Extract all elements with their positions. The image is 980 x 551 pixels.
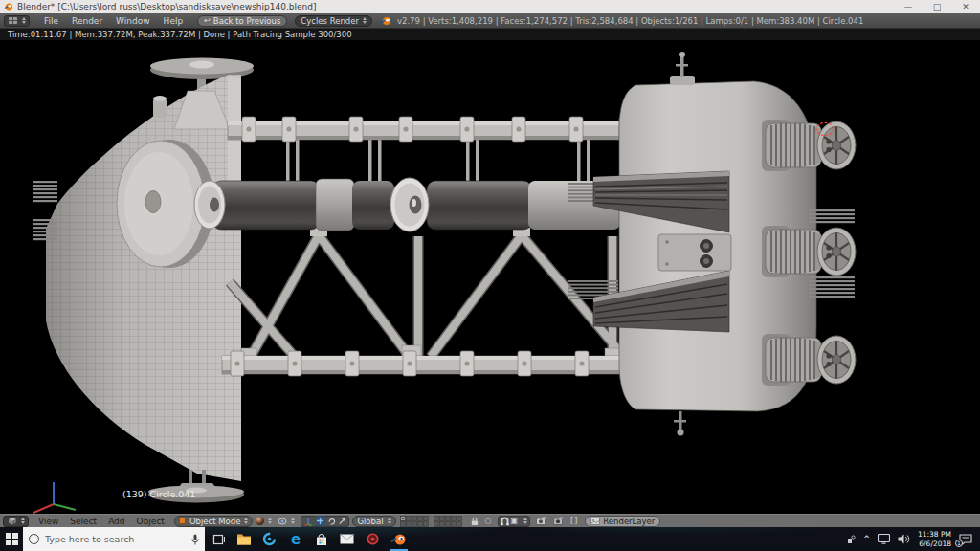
blender-icon	[390, 532, 407, 546]
menu-file[interactable]: File	[44, 16, 58, 26]
layers-widget[interactable]	[400, 516, 463, 527]
opengl-render-anim-button[interactable]	[551, 516, 567, 527]
network-icon[interactable]	[878, 534, 890, 544]
editor-type-button[interactable]	[4, 15, 30, 27]
snap-magnet-icon[interactable]	[501, 517, 509, 526]
windows-taskbar: e ^ 11:38 PM 6/6/2018 1	[0, 527, 980, 551]
scene-lock-button[interactable]	[468, 516, 481, 527]
app-swirl-button[interactable]	[256, 527, 282, 551]
store-button[interactable]	[308, 527, 334, 551]
task-view-button[interactable]	[205, 527, 231, 551]
search-input[interactable]	[45, 534, 186, 544]
menu-help[interactable]: Help	[164, 16, 184, 26]
minimize-button[interactable]: —	[894, 0, 923, 13]
manipulator-axis-icon[interactable]	[303, 517, 313, 526]
image-icon	[590, 518, 600, 525]
svg-text:e: e	[290, 532, 300, 547]
pause-brackets-icon[interactable]: []	[568, 516, 580, 527]
start-button[interactable]	[0, 527, 23, 551]
dropdown-arrows	[21, 518, 25, 524]
ship-truss	[230, 137, 624, 359]
folder-icon	[236, 533, 252, 545]
viewport-shading-select[interactable]	[254, 516, 274, 527]
file-explorer-button[interactable]	[231, 527, 256, 551]
proportional-edit-button[interactable]: ○	[483, 516, 494, 527]
shading-sphere-icon	[256, 517, 264, 525]
blender-info-header: File Render Window Help ↩ Back to Previo…	[0, 13, 980, 29]
active-object-label: (139) Circle.041	[122, 489, 195, 499]
viewport-header: View Select Add Object Object Mode Globa…	[0, 514, 980, 527]
render-status-text: Time:01:11.67 | Mem:337.72M, Peak:337.72…	[8, 30, 352, 39]
cortana-icon	[29, 534, 39, 544]
action-center-button[interactable]: 1	[959, 534, 972, 545]
close-button[interactable]: ✕	[951, 0, 980, 13]
mode-select[interactable]: Object Mode	[174, 516, 254, 527]
ship-render	[0, 41, 980, 514]
system-tray: ^ 11:38 PM 6/6/2018 1	[846, 530, 980, 548]
menu-render[interactable]: Render	[72, 16, 102, 26]
windows-logo-icon	[6, 533, 18, 545]
title-bar: Blender* [C:\Users\lord russ\Desktop\san…	[0, 0, 980, 13]
render-layer-button[interactable]: RenderLayer	[585, 516, 660, 527]
menu-object[interactable]: Object	[137, 517, 165, 526]
back-to-previous-button[interactable]: ↩ Back to Previous	[197, 15, 287, 27]
taskbar-search[interactable]	[23, 527, 205, 551]
mail-button[interactable]	[334, 527, 360, 551]
blender-taskbar-button[interactable]	[386, 527, 412, 551]
menu-add[interactable]: Add	[108, 517, 124, 526]
dropdown-arrows	[388, 518, 391, 524]
3d-viewport[interactable]: (139) Circle.041	[0, 41, 980, 514]
pivot-icon	[278, 517, 287, 526]
transform-orientation-select[interactable]: Global	[352, 516, 395, 527]
blue-swirl-icon	[262, 532, 277, 546]
microphone-icon[interactable]	[191, 534, 199, 545]
info-editor-icon	[8, 16, 18, 25]
translate-icon	[316, 517, 324, 525]
tray-time: 11:38 PM	[918, 530, 951, 539]
volume-icon[interactable]	[898, 534, 910, 544]
dropdown-arrows	[268, 518, 272, 524]
tray-hidden-app-icon[interactable]	[846, 535, 856, 544]
render-status-bar: Time:01:11.67 | Mem:337.72M, Peak:337.72…	[0, 29, 980, 41]
blender-app-icon	[4, 2, 13, 11]
scene-statistics: v2.79 | Verts:1,408,219 | Faces:1,274,57…	[397, 16, 863, 26]
pivot-center-select[interactable]	[276, 516, 297, 527]
maximize-button[interactable]: □	[923, 0, 951, 13]
red-app-button[interactable]	[360, 527, 386, 551]
camera-anim-icon	[553, 517, 565, 525]
show-hidden-icons-chevron[interactable]: ^	[863, 535, 870, 543]
viewport-editor-type-button[interactable]	[3, 516, 29, 527]
menu-select[interactable]: Select	[70, 517, 97, 526]
dropdown-arrows	[22, 17, 26, 24]
snap-element-icon[interactable]: ▣	[511, 517, 519, 525]
render-engine-select[interactable]: Cycles Render	[295, 15, 372, 27]
dropdown-arrows	[523, 518, 527, 524]
menu-window[interactable]: Window	[116, 16, 150, 26]
edge-icon: e	[288, 532, 303, 547]
mail-icon	[340, 534, 354, 544]
task-view-icon	[212, 534, 225, 545]
dropdown-arrows	[244, 518, 248, 524]
menu-view[interactable]: View	[38, 517, 58, 526]
ship-tanks	[194, 178, 620, 231]
window-title: Blender* [C:\Users\lord russ\Desktop\san…	[17, 2, 316, 11]
edge-button[interactable]: e	[282, 527, 308, 551]
object-mode-icon	[179, 518, 186, 524]
blender-logo-icon	[380, 16, 391, 26]
manipulator-cluster	[301, 516, 349, 527]
ship-hull	[33, 75, 244, 503]
scale-manipulator-icon[interactable]	[338, 517, 346, 525]
clock[interactable]: 11:38 PM 6/6/2018	[918, 530, 951, 548]
dropdown-arrows	[291, 518, 295, 524]
dropdown-arrows	[363, 17, 367, 24]
lock-icon	[470, 517, 479, 526]
opengl-render-still-button[interactable]	[534, 516, 549, 527]
snap-cluster: ▣	[498, 516, 531, 527]
ship-beams	[222, 117, 639, 376]
blender-window: Blender* [C:\Users\lord russ\Desktop\san…	[0, 0, 980, 551]
red-ring-icon	[366, 532, 380, 546]
store-icon	[315, 533, 328, 546]
rotate-manipulator-icon[interactable]	[327, 517, 336, 525]
translate-manipulator-button[interactable]	[315, 516, 325, 526]
axis-gizmo	[33, 482, 76, 513]
